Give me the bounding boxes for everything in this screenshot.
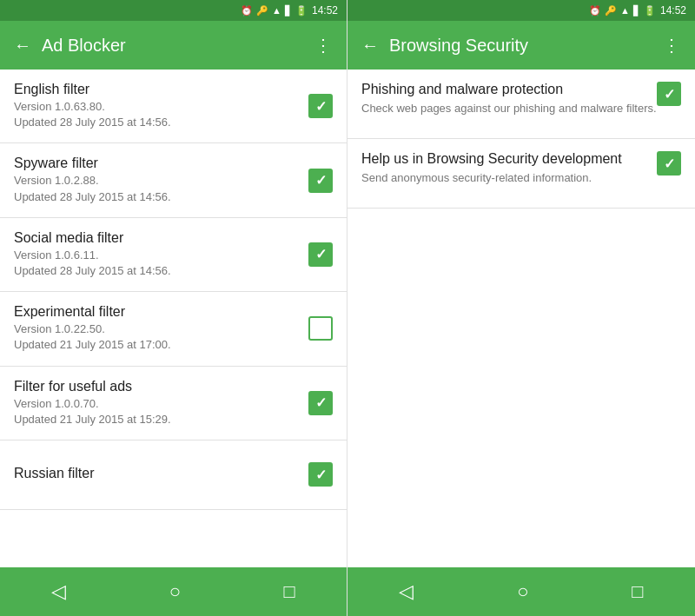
- security-desc: Send anonymous security-related informat…: [361, 170, 657, 186]
- wifi-icon: ▲: [272, 5, 281, 16]
- filter-name: Filter for useful ads: [14, 379, 308, 394]
- filter-text: Filter for useful ads Version 1.0.0.70.U…: [14, 379, 308, 427]
- checkbox-spyware[interactable]: [308, 169, 333, 193]
- list-item[interactable]: Experimental filter Version 1.0.22.50.Up…: [0, 292, 347, 366]
- filter-list: English filter Version 1.0.63.80.Updated…: [0, 70, 347, 567]
- checkbox-russian[interactable]: [308, 462, 333, 487]
- security-desc: Check web pages against our phishing and…: [361, 101, 657, 116]
- toolbar-right: ← Browsing Security ⋮: [348, 21, 695, 70]
- nav-bar-right: ◁ ○ □: [348, 567, 695, 616]
- wifi-icon-right: ▲: [620, 5, 630, 16]
- vpn-icon-right: 🔑: [605, 5, 617, 17]
- back-button-left[interactable]: ←: [14, 36, 31, 56]
- home-nav-right[interactable]: ○: [517, 580, 528, 603]
- checkbox-help[interactable]: [657, 151, 681, 176]
- status-icons-left: ⏰ 🔑 ▲ ▋ 🔋: [241, 5, 308, 17]
- checkbox-phishing[interactable]: [657, 82, 681, 106]
- checkbox-experimental[interactable]: [308, 316, 333, 341]
- filter-name: English filter: [14, 82, 308, 97]
- filter-text: Spyware filter Version 1.0.2.88.Updated …: [14, 156, 308, 204]
- filter-desc: Version 1.0.22.50.Updated 21 July 2015 a…: [14, 321, 308, 353]
- list-item[interactable]: Russian filter: [0, 440, 347, 510]
- toolbar-title-left: Ad Blocker: [42, 36, 304, 56]
- security-name: Phishing and malware protection: [361, 82, 657, 97]
- battery-icon: 🔋: [295, 5, 308, 17]
- list-item[interactable]: Filter for useful ads Version 1.0.0.70.U…: [0, 367, 347, 440]
- filter-text: Social media filter Version 1.0.6.11.Upd…: [14, 230, 308, 279]
- signal-icon-right: ▋: [633, 5, 640, 17]
- security-text: Phishing and malware protection Check we…: [361, 82, 657, 116]
- filter-name: Social media filter: [14, 230, 308, 246]
- time-left: 14:52: [312, 4, 338, 17]
- recent-nav-left[interactable]: □: [283, 580, 295, 603]
- back-button-right[interactable]: ←: [361, 36, 379, 56]
- toolbar-left: ← Ad Blocker ⋮: [0, 21, 347, 70]
- home-nav-left[interactable]: ○: [169, 580, 181, 603]
- status-bar-left: ⏰ 🔑 ▲ ▋ 🔋 14:52: [0, 0, 347, 21]
- checkbox-social[interactable]: [308, 242, 333, 267]
- security-name: Help us in Browsing Security development: [361, 151, 657, 167]
- filter-desc: Version 1.0.2.88.Updated 28 July 2015 at…: [14, 173, 308, 204]
- back-nav-right[interactable]: ◁: [399, 580, 414, 603]
- security-list: Phishing and malware protection Check we…: [348, 70, 695, 567]
- nav-bar-left: ◁ ○ □: [0, 567, 347, 616]
- list-item[interactable]: Spyware filter Version 1.0.2.88.Updated …: [0, 143, 347, 217]
- filter-text: Russian filter: [14, 466, 308, 483]
- filter-text: Experimental filter Version 1.0.22.50.Up…: [14, 304, 308, 353]
- filter-text: English filter Version 1.0.63.80.Updated…: [14, 82, 308, 130]
- filter-name: Russian filter: [14, 466, 308, 481]
- time-right: 14:52: [660, 4, 686, 17]
- list-item[interactable]: Help us in Browsing Security development…: [348, 139, 695, 209]
- recent-nav-right[interactable]: □: [632, 580, 643, 603]
- filter-name: Experimental filter: [14, 304, 308, 320]
- browsing-security-panel: ⏰ 🔑 ▲ ▋ 🔋 14:52 ← Browsing Security ⋮ Ph…: [348, 0, 695, 616]
- list-item[interactable]: English filter Version 1.0.63.80.Updated…: [0, 70, 347, 143]
- filter-desc: Version 1.0.6.11.Updated 28 July 2015 at…: [14, 248, 308, 279]
- list-item[interactable]: Phishing and malware protection Check we…: [348, 70, 695, 139]
- more-button-left[interactable]: ⋮: [314, 35, 333, 56]
- battery-icon-right: 🔋: [644, 5, 656, 17]
- ad-blocker-panel: ⏰ 🔑 ▲ ▋ 🔋 14:52 ← Ad Blocker ⋮ English f…: [0, 0, 348, 616]
- filter-name: Spyware filter: [14, 156, 308, 171]
- status-icons-right: ⏰ 🔑 ▲ ▋ 🔋: [589, 5, 656, 17]
- toolbar-title-right: Browsing Security: [389, 36, 652, 56]
- status-bar-right: ⏰ 🔑 ▲ ▋ 🔋 14:52: [348, 0, 695, 21]
- more-button-right[interactable]: ⋮: [663, 35, 681, 56]
- signal-icon: ▋: [285, 5, 292, 17]
- checkbox-useful[interactable]: [308, 391, 333, 415]
- alarm-icon: ⏰: [241, 5, 253, 17]
- list-item[interactable]: Social media filter Version 1.0.6.11.Upd…: [0, 218, 347, 292]
- filter-desc: Version 1.0.0.70.Updated 21 July 2015 at…: [14, 396, 308, 427]
- filter-desc: Version 1.0.63.80.Updated 28 July 2015 a…: [14, 99, 308, 130]
- back-nav-left[interactable]: ◁: [51, 580, 66, 603]
- checkbox-english[interactable]: [308, 94, 333, 118]
- alarm-icon-right: ⏰: [589, 5, 601, 17]
- vpn-icon: 🔑: [256, 5, 268, 17]
- security-text: Help us in Browsing Security development…: [361, 151, 657, 186]
